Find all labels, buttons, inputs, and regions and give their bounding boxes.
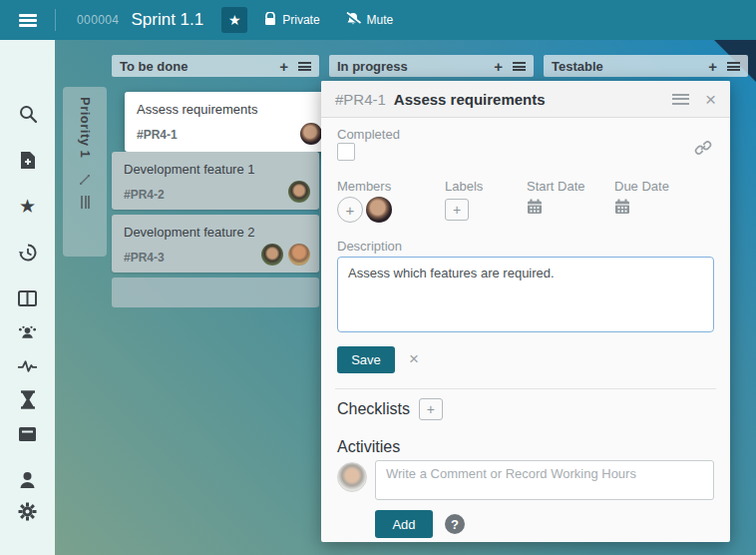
swimlane-priority-1[interactable]: Priority 1	[63, 87, 107, 257]
labels-label: Labels	[445, 179, 483, 194]
modal-card-title: Assess requirements	[394, 91, 664, 108]
team-icon[interactable]	[17, 321, 38, 342]
card-detail-modal: #PR4-1 Assess requirements × Completed M…	[321, 81, 730, 542]
add-card-icon[interactable]: +	[494, 59, 503, 74]
cancel-edit-icon[interactable]: ×	[409, 350, 419, 367]
timeline-hourglass-icon[interactable]	[17, 389, 38, 410]
modal-menu-icon[interactable]	[672, 94, 689, 105]
activity-pulse-icon[interactable]	[17, 355, 38, 376]
add-card-icon[interactable]: +	[708, 59, 717, 74]
column-header-todo: To be done +	[112, 55, 319, 77]
modal-close-icon[interactable]: ×	[705, 90, 716, 109]
search-icon[interactable]	[17, 103, 38, 124]
add-checklist-button[interactable]: +	[419, 398, 443, 420]
lock-icon	[264, 12, 276, 29]
mute-label: Mute	[367, 13, 394, 27]
column-title: Testable	[552, 59, 708, 74]
collapse-swimlane-icon[interactable]	[79, 172, 91, 190]
section-divider	[335, 388, 716, 389]
column-header-inprogress: In progress +	[329, 55, 534, 77]
add-document-icon[interactable]	[17, 150, 38, 171]
history-icon[interactable]	[17, 242, 38, 263]
card-title: Development feature 1	[124, 162, 309, 177]
kanban-board-icon[interactable]	[17, 287, 38, 308]
comment-input[interactable]	[375, 460, 714, 500]
assignee-avatar[interactable]	[300, 123, 322, 145]
mute-bell-icon	[345, 12, 361, 29]
column-menu-icon[interactable]	[298, 62, 311, 71]
settings-gear-icon[interactable]	[17, 501, 38, 522]
help-icon[interactable]: ?	[445, 514, 465, 534]
checklists-section: Checklists +	[337, 398, 443, 420]
modal-header: #PR4-1 Assess requirements ×	[321, 81, 730, 118]
completed-checkbox[interactable]	[337, 143, 355, 161]
assignee-avatar[interactable]	[288, 181, 310, 203]
empty-card-slot[interactable]	[112, 278, 319, 307]
due-date-label: Due Date	[614, 179, 669, 194]
start-date-label: Start Date	[527, 179, 585, 194]
card-development-feature-2[interactable]: Development feature 2 #PR4-3	[112, 215, 319, 273]
completed-label: Completed	[337, 127, 400, 142]
column-title: In progress	[337, 59, 494, 74]
mute-toggle[interactable]: Mute	[345, 12, 394, 29]
checklists-label: Checklists	[337, 400, 410, 418]
left-sidebar: ★	[0, 40, 55, 555]
save-button[interactable]: Save	[337, 346, 395, 373]
archive-icon[interactable]	[17, 423, 38, 444]
assignee-avatar[interactable]	[288, 244, 310, 266]
column-menu-icon[interactable]	[513, 62, 526, 71]
swimlane-drag-handle-icon[interactable]	[81, 196, 90, 209]
favorites-star-icon[interactable]: ★	[17, 196, 38, 217]
column-menu-icon[interactable]	[727, 62, 740, 71]
card-ref: #PR4-1	[137, 128, 321, 142]
add-member-button[interactable]: +	[337, 197, 363, 223]
swimlane-label: Priority 1	[78, 97, 93, 158]
modal-card-ref: #PR4-1	[335, 91, 386, 108]
add-comment-button[interactable]: Add	[375, 510, 433, 538]
sprint-title: Sprint 1.1	[131, 10, 203, 30]
assignee-avatar[interactable]	[261, 244, 283, 266]
topbar-divider	[55, 9, 56, 31]
top-bar: 000004 Sprint 1.1 ★ Private Mute	[0, 0, 756, 40]
copy-link-icon[interactable]	[694, 139, 712, 161]
privacy-toggle[interactable]: Private	[264, 12, 319, 29]
activities-label: Activities	[337, 438, 400, 456]
add-card-icon[interactable]: +	[279, 59, 288, 74]
add-label-button[interactable]: +	[445, 199, 469, 221]
column-header-testable: Testable +	[544, 55, 748, 77]
project-id: 000004	[77, 13, 119, 27]
card-ref: #PR4-2	[124, 188, 309, 202]
card-title: Assess requirements	[137, 102, 321, 117]
profile-icon[interactable]	[17, 469, 38, 490]
description-textarea[interactable]: Assess which features are required.	[337, 257, 714, 332]
card-title: Development feature 2	[124, 225, 309, 240]
activities-section: Activities	[337, 438, 400, 456]
description-label: Description	[337, 239, 402, 254]
hamburger-menu-icon[interactable]	[19, 14, 37, 27]
due-date-calendar-icon[interactable]	[614, 199, 630, 219]
member-avatar[interactable]	[366, 197, 392, 223]
favorite-star-button[interactable]: ★	[221, 7, 247, 33]
card-assess-requirements[interactable]: Assess requirements #PR4-1	[125, 92, 331, 152]
start-date-calendar-icon[interactable]	[527, 199, 543, 219]
card-development-feature-1[interactable]: Development feature 1 #PR4-2	[112, 152, 319, 210]
members-label: Members	[337, 179, 391, 194]
current-user-avatar	[337, 462, 367, 492]
column-title: To be done	[120, 59, 279, 74]
privacy-label: Private	[282, 13, 319, 27]
